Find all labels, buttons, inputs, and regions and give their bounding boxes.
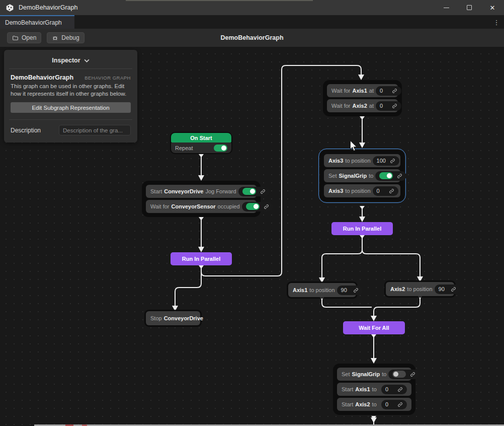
chevron-down-icon bbox=[84, 59, 90, 62]
link-icon[interactable] bbox=[260, 189, 266, 194]
repeat-toggle[interactable] bbox=[214, 145, 227, 152]
tab-overflow-menu-button[interactable]: ⋮ bbox=[492, 17, 501, 27]
link-icon[interactable] bbox=[397, 387, 403, 392]
link-icon[interactable] bbox=[392, 88, 397, 94]
type-badge: BEHAVIOR GRAPH bbox=[85, 75, 131, 81]
row-wait-conveyorsensor[interactable]: Wait for ConveyorSensor occupied bbox=[146, 200, 257, 213]
graph-name: DemoBehaviorGraph bbox=[11, 74, 73, 81]
on-start-header: On Start bbox=[171, 133, 231, 143]
tab-demobehaviorgraph[interactable]: DemoBehaviorGraph bbox=[0, 15, 74, 29]
node-on-start[interactable]: On Start Repeat bbox=[170, 132, 232, 154]
axis3-position-value[interactable]: 100 bbox=[377, 158, 386, 164]
node-axis2-position[interactable]: Axis2 to position 90 bbox=[386, 282, 454, 296]
kebab-icon: ⋮ bbox=[493, 19, 500, 26]
node-axis1-position[interactable]: Axis1 to position 90 bbox=[288, 283, 356, 297]
edit-subgraph-button[interactable]: Edit Subgraph Representation bbox=[11, 102, 131, 113]
debug-button[interactable]: Debug bbox=[47, 32, 84, 43]
link-icon[interactable] bbox=[389, 188, 394, 194]
node-stop-conveyordrive[interactable]: Stop ConveyorDrive bbox=[146, 311, 200, 325]
node-conveyor-sequence[interactable]: Start ConveyorDrive Jog Forward Wait for… bbox=[142, 181, 261, 217]
desktop-edge bbox=[126, 0, 313, 1]
row-wait-axis2[interactable]: Wait for Axis2 at 0 bbox=[327, 99, 398, 112]
divider bbox=[9, 119, 132, 120]
tab-bar: DemoBehaviorGraph ⋮ bbox=[0, 15, 504, 29]
divider bbox=[9, 68, 132, 69]
repeat-label: Repeat bbox=[175, 145, 193, 151]
inspector-title: Inspector bbox=[52, 57, 80, 64]
link-icon[interactable] bbox=[410, 372, 415, 377]
maximize-button[interactable] bbox=[458, 0, 481, 15]
row-axis3-position-0[interactable]: Axis3 to position 0 bbox=[324, 184, 400, 197]
title-bar: DemoBehaviorGraph ✕ bbox=[0, 0, 504, 15]
open-button-label: Open bbox=[22, 34, 36, 41]
link-icon[interactable] bbox=[397, 402, 403, 407]
folder-icon bbox=[12, 35, 19, 41]
inspector-description-text: This graph can be used in other graphs. … bbox=[11, 83, 131, 98]
signalgrip-toggle-off[interactable] bbox=[392, 371, 406, 378]
link-icon[interactable] bbox=[353, 288, 359, 293]
node-run-in-parallel-right[interactable]: Run In Parallel bbox=[331, 222, 393, 235]
link-icon[interactable] bbox=[397, 173, 402, 179]
row-axis3-position-100[interactable]: Axis3 to position 100 bbox=[324, 154, 400, 167]
axis1-at-value[interactable]: 0 bbox=[380, 88, 388, 94]
open-button[interactable]: Open bbox=[7, 32, 41, 43]
link-icon[interactable] bbox=[392, 103, 397, 109]
axis1-position-value[interactable]: 90 bbox=[341, 287, 349, 293]
row-start-axis1[interactable]: Start Axis1 to 0 bbox=[337, 383, 411, 396]
app-window: DemoBehaviorGraph ✕ DemoBehaviorGraph ⋮ … bbox=[0, 0, 504, 426]
tab-label: DemoBehaviorGraph bbox=[5, 19, 62, 26]
occupied-toggle[interactable] bbox=[246, 203, 260, 210]
window-title: DemoBehaviorGraph bbox=[19, 4, 77, 11]
link-icon[interactable] bbox=[264, 204, 269, 209]
close-button[interactable]: ✕ bbox=[481, 0, 504, 15]
minimize-button[interactable] bbox=[435, 0, 458, 15]
row-start-conveyordrive[interactable]: Start ConveyorDrive Jog Forward bbox=[146, 185, 257, 198]
link-icon[interactable] bbox=[390, 158, 395, 164]
start-axis1-value[interactable]: 0 bbox=[385, 386, 393, 392]
axis3-position-value-2[interactable]: 0 bbox=[377, 188, 385, 194]
row-start-axis2[interactable]: Start Axis2 to 0 bbox=[337, 398, 411, 411]
graph-canvas[interactable]: Inspector DemoBehaviorGraph BEHAVIOR GRA… bbox=[0, 47, 504, 426]
jog-forward-toggle[interactable] bbox=[242, 188, 256, 195]
row-set-signalgrip-on[interactable]: Set SignalGrip to bbox=[324, 169, 400, 182]
toolbar: DemoBehaviorGraph Open Debug bbox=[0, 29, 504, 47]
inspector-panel: Inspector DemoBehaviorGraph BEHAVIOR GRA… bbox=[4, 50, 137, 143]
description-label: Description bbox=[11, 127, 41, 134]
axis2-at-value[interactable]: 0 bbox=[380, 103, 388, 109]
inspector-header[interactable]: Inspector bbox=[11, 55, 131, 68]
node-run-in-parallel-left[interactable]: Run In Parallel bbox=[171, 252, 232, 265]
row-set-signalgrip-off[interactable]: Set SignalGrip to bbox=[337, 368, 411, 381]
node-axis3-sequence-selected[interactable]: Axis3 to position 100 Set SignalGrip to bbox=[318, 149, 406, 203]
signalgrip-toggle[interactable] bbox=[379, 172, 393, 179]
link-icon[interactable] bbox=[451, 287, 456, 292]
minimize-icon bbox=[444, 8, 449, 8]
node-wait-for-all[interactable]: Wait For All bbox=[343, 321, 405, 334]
node-final-sequence[interactable]: Set SignalGrip to Start Axis1 to 0 bbox=[333, 364, 415, 415]
row-wait-axis1[interactable]: Wait for Axis1 at 0 bbox=[327, 84, 398, 97]
debug-button-label: Debug bbox=[61, 34, 79, 41]
start-axis2-value[interactable]: 0 bbox=[385, 401, 393, 407]
close-icon: ✕ bbox=[490, 5, 495, 11]
app-logo-icon bbox=[6, 4, 14, 12]
axis2-position-value[interactable]: 90 bbox=[439, 286, 447, 292]
description-input[interactable] bbox=[59, 125, 131, 135]
bug-icon bbox=[52, 35, 58, 41]
maximize-icon bbox=[467, 5, 472, 10]
node-wait-axes[interactable]: Wait for Axis1 at 0 Wait for Axis2 at 0 bbox=[323, 80, 402, 116]
